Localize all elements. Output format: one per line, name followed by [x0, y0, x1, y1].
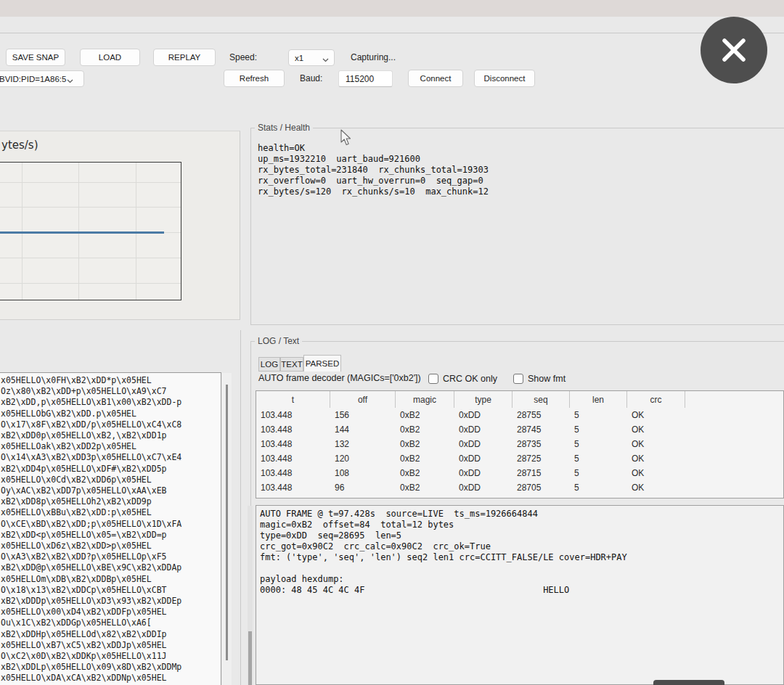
- speed-select[interactable]: x1: [288, 49, 335, 66]
- scrollbar-thumb[interactable]: [226, 385, 228, 660]
- crc-ok-only-checkbox[interactable]: [428, 374, 438, 384]
- cell-seq: 28755: [513, 408, 570, 422]
- chart-series-line: [0, 231, 164, 234]
- cell-crc: OK: [627, 408, 685, 422]
- hex-dump-scrollbar[interactable]: [222, 373, 232, 685]
- cell-type: 0xDD: [454, 466, 513, 480]
- close-icon: [701, 73, 767, 86]
- port-value: BVID:PID=1A86:5: [0, 75, 66, 83]
- column-header-t[interactable]: t: [256, 391, 330, 408]
- cell-off: 96: [330, 480, 396, 495]
- table-row[interactable]: 103.4481440xB20xDD287455OK: [256, 422, 783, 437]
- tab-log[interactable]: LOG: [258, 357, 280, 372]
- column-header-seq[interactable]: seq: [513, 391, 570, 408]
- cell-len: 5: [570, 437, 627, 451]
- cell-len: 5: [570, 480, 627, 495]
- cell-seq: 28735: [513, 437, 570, 451]
- disconnect-button[interactable]: Disconnect: [474, 70, 535, 87]
- cell-magic: 0xB2: [396, 422, 454, 437]
- cell-seq: 28705: [513, 480, 570, 495]
- cell-seq: 28725: [513, 451, 570, 466]
- cell-len: 5: [570, 408, 627, 422]
- cell-len: 5: [570, 422, 627, 437]
- cell-t: 103.448: [256, 451, 330, 466]
- cell-magic: 0xB2: [396, 480, 454, 495]
- overlay-handle-bar[interactable]: [653, 680, 724, 685]
- scrollbar-thumb[interactable]: [248, 631, 252, 685]
- cell-type: 0xDD: [454, 480, 513, 495]
- chart-title: ytes/s): [1, 139, 38, 152]
- cell-off: 108: [330, 466, 396, 480]
- show-fmt-label: Show fmt: [528, 374, 565, 384]
- column-header-spacer: [685, 391, 783, 408]
- table-row[interactable]: 103.4481320xB20xDD287355OK: [256, 437, 783, 451]
- cell-off: 120: [330, 451, 396, 466]
- cell-t: 103.448: [256, 480, 330, 495]
- frame-detail-lines: AUTO FRAME @ t=97.428s source=LIVE ts_ms…: [256, 506, 783, 596]
- hex-dump-text[interactable]: x05HELLO\x0FH\xB2\xDD*p\x05HEL Oz\x80\xB…: [0, 372, 221, 685]
- connect-button[interactable]: Connect: [408, 70, 463, 87]
- cell-crc: OK: [627, 422, 685, 437]
- tab-text[interactable]: TEXT: [280, 357, 303, 372]
- table-row[interactable]: 103.4481560xB20xDD287555OK: [256, 408, 783, 422]
- cell-off: 156: [330, 408, 396, 422]
- frame-detail-text[interactable]: AUTO FRAME @ t=97.428s source=LIVE ts_ms…: [256, 505, 784, 685]
- stats-text: health=OK up_ms=1932210 uart_baud=921600…: [258, 143, 489, 197]
- cell-crc: OK: [627, 480, 685, 495]
- window-title-strip: [0, 0, 784, 17]
- close-button[interactable]: [701, 17, 767, 83]
- cell-type: 0xDD: [454, 422, 513, 437]
- cell-magic: 0xB2: [396, 437, 454, 451]
- column-header-off[interactable]: off: [330, 391, 396, 408]
- capturing-status: Capturing...: [351, 52, 396, 62]
- detail-scrollbar[interactable]: [248, 506, 253, 685]
- table-row[interactable]: 103.4481200xB20xDD287255OK: [256, 451, 783, 466]
- cell-off: 144: [330, 422, 396, 437]
- cell-crc: OK: [627, 437, 685, 451]
- chevron-down-icon: [322, 55, 329, 64]
- log-text-title: LOG / Text: [255, 336, 302, 346]
- tab-parsed[interactable]: PARSED: [303, 355, 341, 372]
- column-header-crc[interactable]: crc: [627, 391, 685, 408]
- cell-type: 0xDD: [454, 408, 513, 422]
- speed-value: x1: [295, 54, 303, 62]
- stats-health-title: Stats / Health: [255, 123, 313, 133]
- decoder-label: AUTO frame decoder (MAGICs=['0xb2']): [258, 373, 421, 383]
- frames-table: toffmagictypeseqlencrc 103.4481560xB20xD…: [256, 390, 784, 499]
- refresh-button[interactable]: Refresh: [224, 70, 285, 87]
- gridline: [0, 258, 181, 258]
- cell-type: 0xDD: [454, 437, 513, 451]
- mouse-cursor-icon: [340, 129, 351, 149]
- baud-label: Baud:: [300, 73, 322, 83]
- gridline: [0, 283, 181, 284]
- cell-crc: OK: [627, 466, 685, 480]
- cell-t: 103.448: [256, 437, 330, 451]
- cell-magic: 0xB2: [396, 466, 454, 480]
- throughput-chart-panel: ytes/s) 81012: [0, 131, 240, 320]
- port-select[interactable]: BVID:PID=1A86:5: [0, 70, 84, 87]
- save-snap-button[interactable]: SAVE SNAP: [6, 49, 65, 66]
- pane-divider[interactable]: [240, 330, 241, 685]
- show-fmt-checkbox[interactable]: [513, 374, 523, 384]
- cell-type: 0xDD: [454, 451, 513, 466]
- chart-plot-area: [0, 162, 181, 300]
- column-header-len[interactable]: len: [570, 391, 627, 408]
- cell-seq: 28745: [513, 422, 570, 437]
- cell-crc: OK: [627, 451, 685, 466]
- cell-t: 103.448: [256, 408, 330, 422]
- cell-magic: 0xB2: [396, 408, 454, 422]
- cell-len: 5: [570, 466, 627, 480]
- chevron-down-icon: [67, 76, 73, 85]
- titlebar-divider: [0, 33, 784, 33]
- load-button[interactable]: LOAD: [80, 49, 140, 66]
- cell-magic: 0xB2: [396, 451, 454, 466]
- speed-label: Speed:: [229, 52, 257, 62]
- cell-t: 103.448: [256, 422, 330, 437]
- gridline: [0, 207, 181, 208]
- table-row[interactable]: 103.4481080xB20xDD287155OK: [256, 466, 783, 480]
- replay-button[interactable]: REPLAY: [153, 49, 216, 66]
- column-header-type[interactable]: type: [454, 391, 513, 408]
- column-header-magic[interactable]: magic: [396, 391, 454, 408]
- baud-input[interactable]: 115200: [338, 70, 393, 87]
- table-row[interactable]: 103.448960xB20xDD287055OK: [256, 480, 783, 495]
